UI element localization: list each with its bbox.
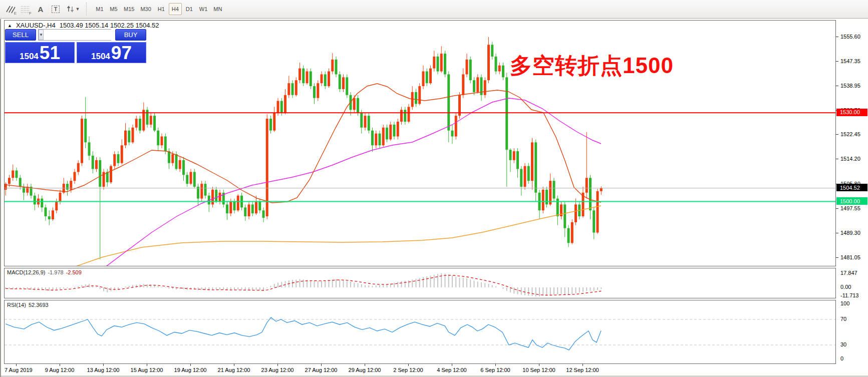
- macd-axis-label: 0.00: [840, 284, 851, 290]
- time-tick: [539, 364, 539, 366]
- indicators-icon[interactable]: E: [3, 2, 18, 16]
- time-tick: [60, 364, 60, 366]
- time-tick: [234, 364, 234, 366]
- time-tick: [452, 364, 452, 366]
- sell-price-quote[interactable]: 1504 51: [5, 42, 75, 63]
- rsi-axis-label: 100: [840, 300, 849, 306]
- text-box-icon[interactable]: T: [48, 2, 63, 16]
- price-badge: 1530.00: [836, 109, 867, 116]
- price-axis-label: 1481.05: [840, 254, 860, 260]
- chevron-down-icon: ▼: [76, 7, 80, 12]
- tab-timeframe-d1[interactable]: D1: [183, 3, 196, 15]
- time-tick: [103, 364, 104, 366]
- time-tick: [321, 364, 322, 366]
- price-axis-label: 1489.30: [840, 230, 860, 236]
- price-axis[interactable]: 1555.601547.351538.951530.701522.451514.…: [836, 19, 868, 364]
- volume-decrease-button[interactable]: ▼: [39, 30, 44, 40]
- collapse-panel-icon[interactable]: ▲: [8, 23, 12, 28]
- price-axis-label: 1538.95: [840, 83, 860, 89]
- time-axis-label: 27 Aug 12:00: [305, 367, 338, 373]
- volume-stepper: ▼ ▲: [38, 29, 111, 41]
- time-axis-label: 15 Aug 12:00: [131, 367, 163, 373]
- time-axis-label: 21 Aug 12:00: [218, 367, 250, 373]
- price-axis-label: 1522.45: [840, 131, 860, 137]
- price-axis-label: 1514.20: [840, 156, 860, 162]
- buy-price-pips: 97: [111, 44, 132, 63]
- chart-window: ▲ XAUUSD-,H4 1503.49 1505.14 1502.25 150…: [0, 19, 868, 377]
- time-tick: [147, 364, 147, 366]
- grid-icon[interactable]: F: [18, 2, 33, 16]
- tab-timeframe-h4[interactable]: H4: [169, 3, 182, 15]
- symbol-timeframe-label: XAUUSD-,H4: [16, 22, 56, 29]
- buy-price-main: 1504: [91, 47, 110, 66]
- sell-price-main: 1504: [20, 47, 39, 66]
- time-tick: [583, 364, 583, 366]
- price-tick: [836, 208, 838, 209]
- sell-button[interactable]: SELL: [5, 29, 36, 41]
- tab-timeframe-w1[interactable]: W1: [197, 3, 210, 15]
- rsi-panel[interactable]: [4, 300, 836, 364]
- rsi-value: 52.3693: [29, 302, 49, 308]
- buy-price-quote[interactable]: 1504 97: [77, 42, 146, 63]
- time-axis-label: 4 Sep 12:00: [437, 367, 466, 373]
- time-axis-label: 13 Aug 12:00: [87, 367, 120, 373]
- rsi-axis-label: 70: [840, 316, 846, 322]
- price-tick: [836, 233, 838, 233]
- tab-timeframe-m15[interactable]: M15: [121, 3, 137, 15]
- price-axis-label: 1555.60: [840, 34, 860, 40]
- time-tick: [16, 364, 17, 366]
- price-tick: [836, 159, 838, 159]
- toolbar: E F A T ▼ M1 M5 M15 M30 H1 H4 D1 W1 MN: [0, 0, 868, 19]
- tab-timeframe-m5[interactable]: M5: [107, 3, 120, 15]
- ohlc-values: 1503.49 1505.14 1502.25 1504.52: [60, 22, 159, 29]
- one-click-trading-panel: SELL ▼ ▲ BUY 1504 51 1504 97: [5, 29, 146, 63]
- time-axis-label: 12 Sep 12:00: [566, 367, 599, 373]
- macd-main-value: -1.978: [48, 269, 63, 275]
- time-axis-label: 29 Aug 12:00: [349, 367, 381, 373]
- chart-text-annotation: 多空转折点1500: [510, 51, 674, 81]
- time-tick: [365, 364, 365, 366]
- time-tick: [190, 364, 191, 366]
- price-tick: [836, 37, 838, 37]
- tab-timeframe-m1[interactable]: M1: [93, 3, 106, 15]
- tab-timeframe-h1[interactable]: H1: [155, 3, 168, 15]
- rsi-indicator-label: RSI(14)52.3693: [7, 302, 49, 308]
- time-axis-label: 2 Sep 12:00: [393, 367, 423, 373]
- time-tick: [408, 364, 409, 366]
- time-axis-label: 9 Aug 12:00: [45, 367, 75, 373]
- time-axis-label: 6 Sep 12:00: [480, 367, 510, 373]
- tab-timeframe-mn[interactable]: MN: [211, 3, 224, 15]
- time-axis-label: 10 Sep 12:00: [522, 367, 555, 373]
- sell-price-pips: 51: [40, 44, 60, 63]
- price-badge: 1504.52: [836, 184, 867, 191]
- macd-signal-value: -2.509: [66, 269, 82, 275]
- price-tick: [836, 86, 838, 86]
- time-axis-label: 19 Aug 12:00: [174, 367, 207, 373]
- chart-symbol-header: ▲ XAUUSD-,H4 1503.49 1505.14 1502.25 150…: [8, 22, 159, 29]
- rsi-axis-label: 30: [840, 341, 846, 347]
- price-tick: [836, 257, 838, 258]
- time-axis[interactable]: 7 Aug 20199 Aug 12:0013 Aug 12:0015 Aug …: [4, 364, 868, 375]
- buy-button[interactable]: BUY: [115, 29, 146, 41]
- price-tick: [836, 61, 838, 62]
- text-label-icon[interactable]: A: [33, 2, 48, 16]
- tab-timeframe-m30[interactable]: M30: [138, 3, 153, 15]
- price-axis-label: 1497.55: [840, 205, 860, 211]
- time-tick: [277, 364, 278, 366]
- macd-axis-label: 17.847: [840, 270, 857, 276]
- price-tick: [836, 134, 838, 135]
- toolbar-separator: [86, 3, 90, 16]
- macd-axis-label: -11.713: [840, 292, 859, 298]
- price-badge: 1500.00: [836, 197, 867, 205]
- price-axis-label: 1547.35: [840, 58, 860, 64]
- arrange-windows-icon[interactable]: ▼: [63, 2, 83, 16]
- macd-panel[interactable]: [4, 268, 836, 298]
- rsi-axis-label: 0: [840, 355, 843, 361]
- time-tick: [495, 364, 496, 366]
- time-axis-label: 23 Aug 12:00: [261, 367, 294, 373]
- time-axis-label: 7 Aug 2019: [5, 367, 33, 373]
- macd-indicator-label: MACD(12,26,9)-1.978-2.509: [7, 269, 82, 275]
